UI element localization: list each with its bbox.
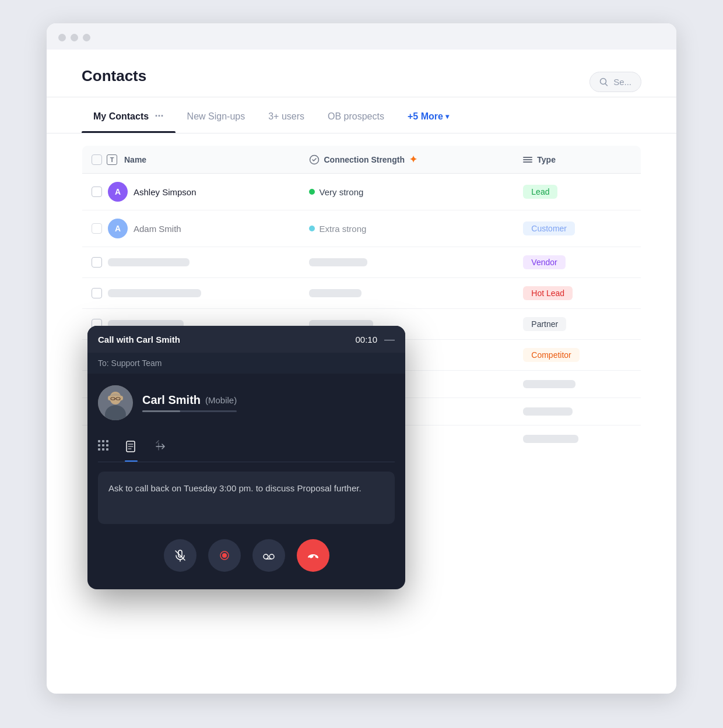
minimize-button[interactable]: — (384, 334, 395, 344)
caller-info: Carl Smith (Mobile) (98, 385, 395, 420)
contact-name: Adam Smith (134, 224, 181, 234)
caller-avatar (98, 385, 133, 420)
type-badge: Vendor (523, 255, 565, 269)
note-area[interactable]: Ask to call back on Tuesday 3:00 pm. to … (98, 472, 395, 524)
type-badge: Lead (523, 185, 557, 199)
browser-dot-3 (83, 34, 90, 41)
svg-point-16 (264, 554, 268, 559)
contact-name: Ashley Simpson (134, 187, 196, 197)
voicemail-button[interactable] (252, 539, 285, 572)
keypad-icon (98, 440, 108, 451)
table-row: A Ashley Simpson Very strong Lead (82, 174, 641, 210)
table-section: T Name Connection Strength (47, 145, 676, 453)
call-tab-keypad[interactable] (98, 440, 108, 462)
caller-details: Carl Smith (Mobile) (142, 393, 237, 412)
call-title: Call with Carl Smith (98, 335, 180, 344)
tab-3plus-users[interactable]: 3+ users (257, 99, 316, 132)
type-cell (514, 425, 641, 453)
type-badge: Hot Lead (523, 286, 573, 300)
name-placeholder (108, 289, 201, 297)
call-overlay: Call with Carl Smith 00:10 — To: Support… (87, 326, 405, 589)
call-body: Carl Smith (Mobile) (87, 374, 405, 589)
svg-point-17 (269, 554, 274, 559)
strength-dot (309, 226, 315, 231)
name-cell: A Adam Smith (82, 210, 300, 247)
type-placeholder (523, 435, 578, 443)
svg-line-13 (176, 551, 185, 560)
record-icon (218, 549, 231, 562)
caller-avatar-img (98, 385, 133, 420)
type-cell: Hot Lead (514, 278, 641, 309)
type-placeholder (523, 407, 573, 416)
row-checkbox[interactable] (92, 288, 102, 298)
type-cell (514, 398, 641, 425)
name-cell (82, 247, 300, 278)
row-checkbox[interactable] (92, 257, 102, 268)
col-name-label: Name (124, 155, 146, 164)
avatar: A (108, 182, 128, 202)
name-cell (82, 278, 300, 309)
call-to: To: Support Team (87, 353, 405, 374)
mute-button[interactable] (164, 539, 196, 572)
connection-placeholder (309, 289, 361, 297)
row-checkbox[interactable] (92, 187, 102, 197)
tab-options-dots[interactable]: ··· (155, 110, 164, 122)
strength-dot (309, 189, 315, 195)
tab-more[interactable]: +5 More ▾ (396, 99, 461, 132)
table-row: A Adam Smith Extra strong Customer (82, 210, 641, 247)
type-badge: Customer (523, 221, 575, 235)
connection-value: Extra strong (320, 224, 367, 234)
connection-placeholder (309, 258, 367, 266)
connection-cell (300, 247, 514, 278)
call-tab-transfer[interactable] (154, 440, 167, 462)
table-row: Vendor (82, 247, 641, 278)
type-badge: Competitor (523, 348, 579, 362)
row-checkbox[interactable] (92, 223, 102, 234)
call-progress-fill (142, 410, 180, 412)
connection-col-icon (309, 154, 320, 165)
type-cell: Customer (514, 210, 641, 247)
name-placeholder (108, 258, 189, 266)
call-timer: 00:10 (355, 335, 377, 344)
call-progress-bar (142, 410, 237, 412)
voicemail-icon (262, 549, 275, 562)
name-cell: A Ashley Simpson (82, 174, 300, 210)
type-cell: Vendor (514, 247, 641, 278)
connection-cell: Extra strong (300, 210, 514, 247)
connection-cell (300, 278, 514, 309)
page-content: Contacts Se... My Contacts ··· New Sign-… (47, 50, 676, 679)
page-title: Contacts (82, 67, 146, 97)
type-col-icon (523, 157, 532, 163)
browser-dot-1 (58, 34, 66, 41)
chevron-down-icon: ▾ (445, 112, 449, 121)
transfer-icon (154, 440, 167, 453)
svg-point-15 (222, 553, 227, 558)
col-header-type: Type (514, 146, 641, 174)
col-header-name: T Name (82, 146, 300, 174)
name-col-icon: T (107, 154, 117, 165)
connection-value: Very strong (320, 187, 364, 197)
type-badge: Partner (523, 317, 566, 331)
caller-label: (Mobile) (205, 395, 237, 405)
call-tab-notes[interactable] (125, 440, 138, 462)
select-all-checkbox[interactable] (92, 154, 102, 165)
tab-new-signups[interactable]: New Sign-ups (176, 99, 257, 132)
col-connection-label: Connection Strength (324, 155, 405, 164)
sparkle-icon: ✦ (409, 154, 417, 165)
tab-my-contacts[interactable]: My Contacts ··· (82, 97, 176, 133)
record-button[interactable] (208, 539, 241, 572)
connection-cell: Very strong (300, 174, 514, 210)
search-box[interactable]: Se... (589, 72, 641, 92)
tabs-bar: My Contacts ··· New Sign-ups 3+ users OB… (47, 97, 676, 133)
mute-icon (174, 549, 187, 562)
call-header-right: 00:10 — (355, 334, 395, 344)
notes-icon (125, 440, 138, 453)
search-placeholder: Se... (613, 77, 631, 87)
table-header-row: T Name Connection Strength (82, 146, 641, 174)
page-header: Contacts Se... (47, 50, 676, 97)
tab-ob-prospects[interactable]: OB prospects (316, 99, 396, 132)
caller-name: Carl Smith (142, 393, 201, 407)
call-tabs (98, 432, 395, 462)
hangup-button[interactable] (297, 539, 329, 572)
avatar: A (108, 219, 128, 238)
